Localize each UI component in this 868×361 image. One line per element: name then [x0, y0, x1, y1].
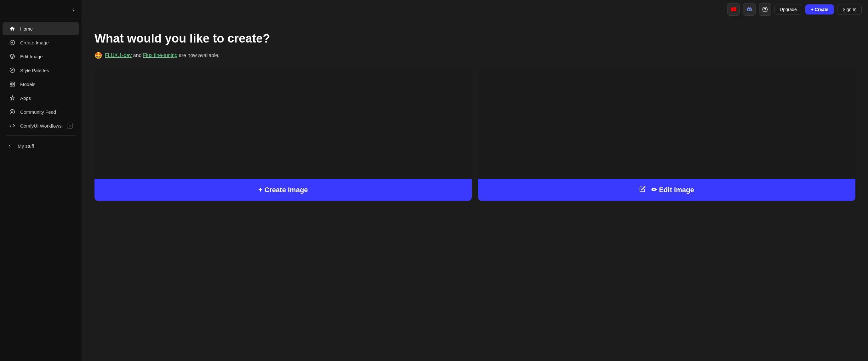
sidebar-item-comfyui-workflows[interactable]: ComfyUI Workflows ↗	[2, 119, 79, 132]
sidebar-item-create-image-label: Create Image	[20, 40, 49, 46]
upgrade-button[interactable]: Upgrade	[774, 4, 802, 15]
sidebar-item-my-stuff-label: My stuff	[18, 143, 34, 149]
sidebar-item-comfyui-workflows-label: ComfyUI Workflows	[20, 123, 61, 128]
compass-icon	[9, 109, 16, 115]
sidebar-item-edit-image-label: Edit Image	[20, 54, 43, 59]
sidebar-item-create-image[interactable]: Create Image	[2, 36, 79, 49]
create-image-button[interactable]: + Create Image	[94, 179, 472, 201]
sidebar-item-my-stuff[interactable]: › My stuff	[0, 139, 82, 153]
sidebar-item-models[interactable]: Models	[2, 78, 79, 91]
plus-circle-icon	[9, 40, 16, 46]
home-icon	[9, 26, 16, 31]
code-icon	[9, 123, 16, 128]
edit-image-button-label: ✏ Edit Image	[651, 186, 694, 194]
flux-dev-link[interactable]: FLUX.1-dev	[105, 53, 132, 58]
help-button[interactable]	[759, 3, 771, 16]
grid-icon	[9, 81, 16, 87]
layers-icon	[9, 54, 16, 59]
sidebar-nav: Home Create Image Edit Image Style Palet…	[0, 19, 82, 361]
sidebar-item-home-label: Home	[20, 26, 33, 31]
sidebar-item-models-label: Models	[20, 82, 35, 87]
discord-button[interactable]	[743, 3, 755, 16]
svg-rect-7	[13, 82, 14, 84]
sidebar-item-apps-label: Apps	[20, 95, 31, 101]
svg-marker-3	[10, 54, 15, 57]
sidebar-item-edit-image[interactable]: Edit Image	[2, 50, 79, 63]
sidebar-item-style-palettes-label: Style Palettes	[20, 68, 49, 73]
svg-point-5	[12, 70, 13, 71]
chevron-right-icon: ›	[6, 143, 13, 149]
sidebar-collapse-button[interactable]: ‹	[70, 5, 76, 13]
svg-rect-6	[10, 82, 12, 84]
sidebar-item-style-palettes[interactable]: Style Palettes	[2, 64, 79, 77]
edit-image-card: ✏ Edit Image	[478, 69, 856, 201]
main-content: Upgrade + Create Sign In What would you …	[82, 0, 868, 361]
sidebar-item-apps[interactable]: Apps	[2, 91, 79, 104]
sidebar-item-home[interactable]: Home	[2, 22, 79, 35]
page-title: What would you like to create?	[94, 32, 856, 46]
announcement-emoji: 🤩	[94, 52, 102, 59]
sidebar: ‹ Home Create Image Edit Image	[0, 0, 82, 361]
create-image-card: + Create Image	[94, 69, 472, 201]
announcement-banner: 🤩 FLUX.1-dev and Flux fine-tuning are no…	[94, 52, 856, 59]
sidebar-header: ‹	[0, 0, 82, 19]
svg-rect-9	[13, 85, 14, 86]
create-top-button[interactable]: + Create	[805, 4, 834, 14]
announcement-text: FLUX.1-dev and Flux fine-tuning are now …	[105, 53, 219, 58]
sign-in-button[interactable]: Sign In	[837, 4, 862, 15]
sparkle-icon	[9, 95, 16, 101]
cards-grid: + Create Image ✏ Edit Image	[94, 69, 856, 201]
content-area: What would you like to create? 🤩 FLUX.1-…	[82, 19, 868, 361]
edit-image-preview	[478, 69, 856, 179]
flux-finetuning-link[interactable]: Flux fine-tuning	[143, 53, 177, 58]
nav-divider	[6, 136, 75, 136]
svg-point-10	[10, 110, 15, 114]
youtube-button[interactable]	[727, 3, 740, 16]
svg-rect-8	[10, 85, 12, 86]
sidebar-item-community-feed[interactable]: Community Feed	[2, 105, 79, 118]
create-image-preview	[94, 69, 472, 179]
svg-marker-11	[11, 111, 13, 113]
edit-image-button[interactable]: ✏ Edit Image	[478, 179, 856, 201]
palette-icon	[9, 67, 16, 73]
external-link-icon: ↗	[67, 123, 73, 128]
topbar: Upgrade + Create Sign In	[82, 0, 868, 19]
svg-point-4	[10, 68, 15, 73]
sidebar-item-community-feed-label: Community Feed	[20, 109, 56, 115]
